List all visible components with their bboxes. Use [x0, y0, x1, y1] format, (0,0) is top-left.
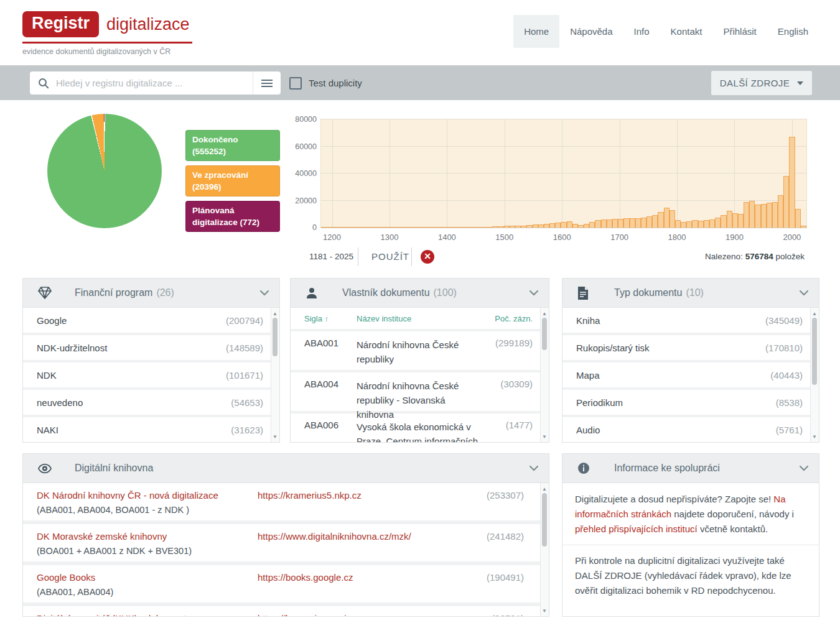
library-link[interactable]: Digitální repozitář (KUK) - dokumenty [37, 613, 191, 616]
filter-count: (5761) [776, 425, 803, 435]
library-url-link[interactable]: https://www.digitalniknihovna.cz/mzk/ [258, 531, 411, 542]
gridline [321, 200, 806, 201]
test-duplicity-checkbox[interactable] [289, 77, 302, 90]
column-sigla[interactable]: Sigla ↑ [304, 314, 357, 323]
chevron-down-icon[interactable] [799, 290, 809, 296]
chevron-down-icon[interactable] [529, 290, 539, 296]
main-nav: HomeNápovědaInfoKontaktPřihlásitEnglish [513, 15, 819, 48]
filter-label: NDK [37, 370, 57, 381]
library-row[interactable]: DK Národní knihovny ČR - nová digitaliza… [23, 483, 540, 520]
library-row[interactable]: DK Moravské zemské knihovny(BOA001 + ABA… [23, 524, 540, 561]
nav-item-pihlsit[interactable]: Přihlásit [712, 15, 767, 48]
panel-owner-header[interactable]: Vlastník dokumentu (100) [291, 279, 549, 308]
test-duplicity-label: Test duplicity [309, 78, 362, 88]
scrollbar[interactable]: ▲▼ [540, 483, 549, 616]
search-options-icon[interactable] [253, 72, 281, 95]
owner-sigla: ABA006 [304, 420, 357, 430]
filter-label: Google [37, 315, 67, 326]
library-url-link[interactable]: https://kramerius5.nkp.cz [258, 490, 362, 501]
financial-program-row[interactable]: neuvedeno(54653) [23, 390, 271, 415]
apply-range-button[interactable]: POUŽÍT [368, 251, 413, 262]
column-name[interactable]: Název instituce [357, 314, 484, 323]
nav-item-info[interactable]: Info [623, 15, 660, 48]
year-histogram[interactable]: 0200004000060000800001200130014001500160… [320, 119, 807, 228]
library-row[interactable]: Google Books(ABA001, ABA004)https://book… [23, 565, 540, 603]
panel-financial-header[interactable]: Finanční program (26) [23, 279, 279, 308]
histogram-bar [373, 227, 378, 228]
panel-library-header[interactable]: Digitální knihovna [23, 454, 549, 483]
logo[interactable]: Registr digitalizace evidence dokumentů … [22, 11, 192, 56]
financial-program-row[interactable]: Google(200794) [23, 308, 271, 333]
clear-range-icon[interactable]: ✕ [421, 250, 434, 264]
scrollbar[interactable]: ▲▼ [810, 308, 819, 442]
owner-row[interactable]: ABA004Národní knihovna České republiky -… [291, 372, 540, 411]
histogram-bar [413, 227, 418, 228]
chevron-down-icon[interactable] [799, 465, 809, 471]
library-url-link[interactable]: https://kramerius.cuni.cz [258, 613, 358, 616]
legend-badge-1[interactable]: Dokončeno (555252) [185, 130, 280, 161]
library-link[interactable]: DK Národní knihovny ČR - nová digitaliza… [37, 490, 218, 501]
owner-name: Národní knihovna České republiky - Slova… [357, 379, 484, 422]
x-axis-label: 1400 [438, 233, 456, 242]
eye-icon [38, 463, 52, 474]
histogram-bar [361, 227, 366, 228]
nav-item-home[interactable]: Home [513, 15, 559, 48]
document-type-row[interactable]: Mapa(40443) [562, 362, 810, 387]
panel-count: (100) [434, 287, 457, 298]
histogram-bar [418, 227, 424, 228]
library-row[interactable]: Digitální repozitář (KUK) - dokumentyhtt… [23, 606, 540, 616]
y-axis-label: 40000 [288, 169, 317, 178]
library-link[interactable]: Google Books [37, 572, 95, 583]
nav-item-kontakt[interactable]: Kontakt [660, 15, 713, 48]
logo-line: Registr digitalizace [22, 11, 192, 44]
cooperation-info-text: Digitalizujete a dosud nepřispíváte? Zap… [562, 483, 819, 616]
owner-table-header: Sigla ↑ Název instituce Poč. zázn. [291, 308, 540, 329]
gridline [321, 173, 806, 173]
info-text: najdete doporučení, návody i [671, 509, 794, 519]
histogram-bar [526, 225, 532, 228]
nav-item-english[interactable]: English [767, 15, 819, 48]
panel-doctype-header[interactable]: Typ dokumentu (10) [562, 279, 819, 308]
chevron-down-icon[interactable] [529, 465, 539, 471]
financial-program-row[interactable]: NDK-udržitelnost(148589) [23, 335, 271, 360]
legend-badge-3[interactable]: Plánovaná digitalizace (772) [185, 201, 280, 232]
gridline [390, 119, 390, 228]
histogram-bar [635, 218, 641, 228]
filter-label: Audio [576, 425, 600, 435]
x-axis-label: 1500 [495, 233, 513, 242]
library-url-link[interactable]: https://books.google.cz [258, 572, 353, 583]
histogram-bar [681, 222, 686, 228]
histogram-bar [321, 227, 327, 228]
panel-title: Digitální knihovna [75, 463, 153, 474]
more-sources-button[interactable]: DALŠÍ ZDROJE [711, 71, 812, 95]
search-icon[interactable] [38, 78, 49, 89]
financial-program-row[interactable]: NDK(101671) [23, 362, 271, 387]
chevron-down-icon[interactable] [259, 290, 269, 296]
search-strip: Test duplicity DALŠÍ ZDROJE [0, 65, 840, 100]
test-duplicity-toggle[interactable]: Test duplicity [289, 72, 362, 95]
panel-info-header[interactable]: Informace ke spolupráci [562, 454, 819, 483]
histogram-bar [458, 227, 464, 228]
owner-row[interactable]: ABA001Národní knihovna České republiky(2… [291, 331, 540, 370]
nav-item-npovda[interactable]: Nápověda [559, 15, 623, 48]
financial-program-row[interactable]: NAKI(31623) [23, 417, 271, 442]
histogram-bar [761, 204, 767, 228]
info-paragraph: Digitalizujete a dosud nepřispíváte? Zap… [575, 492, 806, 537]
gem-icon [38, 287, 52, 299]
document-type-row[interactable]: Kniha(345049) [562, 308, 810, 333]
document-type-row[interactable]: Audio(5761) [562, 417, 810, 442]
gridline [321, 119, 806, 119]
document-type-row[interactable]: Periodikum(8538) [562, 390, 810, 415]
scrollbar[interactable]: ▲▼ [540, 308, 549, 442]
search-input[interactable] [55, 77, 253, 89]
document-type-row[interactable]: Rukopis/starý tisk(170810) [562, 335, 810, 360]
histogram-bar [789, 137, 795, 228]
histogram-bar [664, 208, 670, 228]
histogram-bar [778, 195, 783, 228]
library-link[interactable]: DK Moravské zemské knihovny [37, 531, 167, 542]
info-red-link[interactable]: přehled přispívajících institucí [575, 524, 698, 534]
column-count[interactable]: Poč. zázn. [484, 314, 533, 323]
legend-badge-2[interactable]: Ve zpracování (20396) [185, 165, 280, 196]
scrollbar[interactable]: ▲▼ [271, 308, 279, 442]
histogram-bar [715, 218, 721, 228]
